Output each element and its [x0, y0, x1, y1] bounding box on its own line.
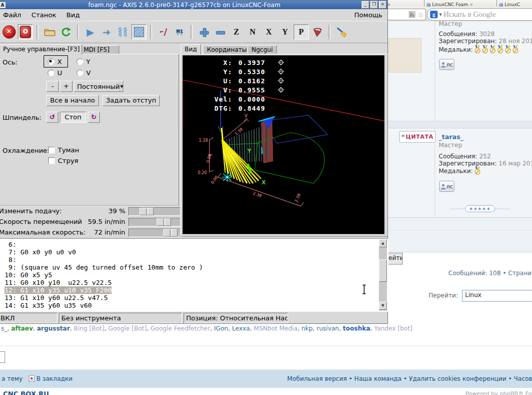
- scrollbar-thumb[interactable]: [379, 259, 387, 282]
- rotate-view-button[interactable]: [310, 24, 325, 40]
- tab-manual-control[interactable]: Ручное управление-[F3]: [0, 44, 82, 55]
- gcode-line[interactable]: 10: G0 x5 y5: [5, 271, 203, 279]
- rating-pill[interactable]: +++++: [465, 205, 495, 212]
- chevron-down-icon[interactable]: ▼: [120, 81, 123, 91]
- private-message-button[interactable]: лс: [439, 59, 454, 70]
- gcode-line[interactable]: 9: (square uv 45 deg turned offset 10mm …: [5, 264, 203, 271]
- bookmark-star-icon[interactable]: ☆: [417, 11, 424, 19]
- scroll-down-arrow[interactable]: ▼: [379, 302, 387, 310]
- menu-view[interactable]: Вид: [61, 10, 85, 20]
- online-user[interactable]: s_: [1, 325, 7, 332]
- gcode-line[interactable]: 6:: [5, 241, 203, 248]
- scroll-up-arrow[interactable]: ▲: [379, 239, 387, 247]
- view-z-rotated-button[interactable]: N: [245, 24, 260, 40]
- search-engine-dropdown-icon[interactable]: ▼: [439, 13, 442, 17]
- clear-plot-button[interactable]: [334, 24, 349, 40]
- google-icon[interactable]: g: [430, 11, 438, 18]
- radio-axis-x[interactable]: X: [48, 58, 62, 65]
- menu-machine[interactable]: Станок: [26, 10, 61, 20]
- override-slider[interactable]: [128, 207, 182, 216]
- search-box[interactable]: g ▼ Искать в Google: [427, 8, 532, 21]
- urlbar-fragment[interactable]: ☆: [388, 9, 426, 20]
- online-user[interactable]: aftaev: [11, 325, 33, 332]
- close-button[interactable]: ×: [379, 1, 386, 9]
- jog-mode-combobox[interactable]: Постоянный ▼: [74, 81, 123, 92]
- gcode-line[interactable]: 11: G0 x10 y10 u22.5 v22.5: [5, 279, 203, 286]
- messages-count[interactable]: 3028: [479, 30, 495, 38]
- zoom-in-button[interactable]: [196, 24, 211, 40]
- gcode-line[interactable]: 7: G0 x0 y0 u0 v0: [5, 248, 203, 256]
- gcode-scrollbar[interactable]: ▲ ▼: [379, 239, 387, 311]
- go-button[interactable]: ейти: [388, 253, 403, 265]
- reply-topic-link[interactable]: а тему: [2, 375, 23, 382]
- online-user[interactable]: Google [Bot]: [108, 325, 147, 332]
- bookmark-link[interactable]: В закладки: [37, 375, 73, 382]
- spindle-ccw-button[interactable]: ↺: [46, 112, 58, 123]
- online-user[interactable]: Bing [Bot]: [74, 325, 104, 332]
- spindle-stop-button[interactable]: Стоп: [60, 112, 86, 123]
- view-perspective-button[interactable]: P: [294, 24, 309, 40]
- radio-axis-v[interactable]: V: [77, 69, 91, 77]
- view-x-button[interactable]: X: [261, 24, 276, 40]
- checkbox-flood[interactable]: Струя: [48, 157, 78, 164]
- view-z-button[interactable]: Z: [229, 24, 244, 40]
- quote-button[interactable]: “ ЦИТАТА: [399, 131, 436, 143]
- online-user[interactable]: nkp: [301, 325, 312, 332]
- bookmark-flag-icon[interactable]: [29, 375, 34, 382]
- messages-count[interactable]: 252: [479, 153, 491, 160]
- online-user[interactable]: tooshka: [343, 325, 370, 332]
- text-input-fragment[interactable]: [0, 351, 5, 363]
- radio-axis-y[interactable]: Y: [77, 58, 90, 65]
- online-user[interactable]: Yandex [bot]: [374, 325, 412, 332]
- estop-button[interactable]: ✕: [2, 24, 17, 40]
- home-all-button[interactable]: Все в начало: [46, 95, 99, 106]
- online-user[interactable]: rusivan: [316, 325, 339, 332]
- gcode-line[interactable]: 13: G1 x10 y60 u22.5 v47.5: [5, 294, 203, 302]
- online-user[interactable]: Google Feedfetcher: [151, 325, 210, 332]
- override-slider[interactable]: [128, 218, 182, 226]
- touch-off-button[interactable]: Задать отступ: [102, 95, 160, 106]
- checkbox-mist[interactable]: Туман: [48, 146, 79, 154]
- post-rating-widget[interactable]: +++++: [450, 205, 510, 212]
- override-slider[interactable]: [128, 228, 182, 237]
- jog-minus-button[interactable]: -: [46, 81, 59, 92]
- menu-file[interactable]: Файл: [0, 10, 26, 20]
- jog-plus-button[interactable]: +: [60, 81, 73, 92]
- tab-preview[interactable]: Вид: [181, 44, 201, 55]
- radio-axis-u[interactable]: U: [48, 69, 62, 77]
- gcode-line-active[interactable]: 12: G1 x10 y35 u10 v35 F200: [5, 286, 203, 294]
- machine-power-button[interactable]: O: [18, 24, 33, 40]
- skip-lines-button[interactable]: ⌐/: [156, 24, 171, 40]
- optional-pause-button[interactable]: M1: [172, 24, 187, 40]
- menu-help[interactable]: Помощь: [349, 10, 387, 20]
- preview-canvas[interactable]: 1.18 0.98 0.20 0.06 1.38 2.38 2.38 V X Y…: [183, 55, 384, 234]
- online-user[interactable]: MSNbot Media: [254, 325, 297, 332]
- gcode-line[interactable]: 14: G1 x35 y60 u35 v60: [5, 302, 203, 309]
- pause-button[interactable]: [115, 24, 130, 40]
- spindle-cw-button[interactable]: ↻: [88, 112, 100, 123]
- slider-handle[interactable]: [157, 218, 171, 226]
- rss-icon[interactable]: [409, 11, 415, 18]
- browser-tab[interactable]: - Foam ✕: [388, 0, 427, 7]
- title-bar[interactable]: A foam.ngc - AXIS 2.6.0-pre0-3147-g26577…: [0, 1, 387, 9]
- slider-handle[interactable]: [163, 229, 178, 237]
- run-program-button[interactable]: ▶: [83, 24, 98, 40]
- username-link[interactable]: _taras_: [439, 133, 464, 141]
- site-logo-text[interactable]: CNC BOX.RU: [3, 390, 49, 395]
- jump-to-select[interactable]: Linux: [462, 290, 532, 302]
- gcode-listing[interactable]: 6: 7: G0 x0 y0 u0 v0 8: 9: (square uv 45…: [0, 238, 388, 312]
- open-file-button[interactable]: [42, 24, 57, 40]
- gcode-line[interactable]: 8:: [5, 256, 203, 264]
- stop-program-button[interactable]: [131, 24, 147, 40]
- pagination-text[interactable]: Сообщений: 108 • Страница 6 из: [448, 270, 532, 277]
- online-user[interactable]: IGon: [214, 325, 228, 332]
- browser-tab[interactable]: LinuxC: [496, 0, 532, 7]
- private-message-button[interactable]: лс: [439, 181, 454, 192]
- minimize-button[interactable]: _: [362, 1, 369, 9]
- footer-links[interactable]: Мобильная версия • Наша команда • Удалит…: [287, 375, 532, 382]
- browser-tab[interactable]: LinuxCNC Foam ✕: [424, 0, 499, 7]
- view-y-button[interactable]: Y: [277, 24, 293, 40]
- reload-file-button[interactable]: [58, 24, 74, 40]
- online-user[interactable]: Lexxa: [232, 325, 250, 332]
- maximize-button[interactable]: ❐: [370, 1, 378, 9]
